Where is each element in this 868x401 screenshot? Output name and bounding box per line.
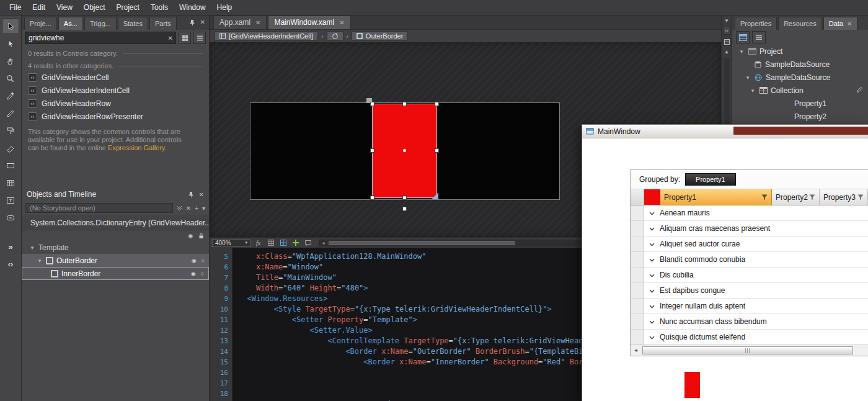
xaml-view-button[interactable]: ‹›: [723, 27, 731, 35]
tree-item-outerborder[interactable]: ▾ OuterBorder ◉ ○: [22, 254, 209, 267]
scrollbar-thumb[interactable]: [329, 241, 515, 245]
grid-group-row[interactable]: Aliquet sed auctor curae: [631, 237, 868, 252]
asset-result-item[interactable]: ‹›GridViewHeaderRow: [22, 97, 209, 110]
close-icon[interactable]: ✕: [847, 20, 852, 27]
margin-handle-bottom[interactable]: [402, 207, 407, 211]
data-tree-item-property2[interactable]: Property2: [732, 110, 868, 123]
expand-chevron-icon[interactable]: [649, 224, 655, 233]
document-tab-app-xaml[interactable]: App.xaml✕: [213, 16, 267, 29]
scrollbar-thumb[interactable]: [642, 346, 853, 354]
grid-group-row[interactable]: Aenean mauris: [631, 205, 868, 221]
grid-group-row[interactable]: Blandit commodo conubia: [631, 252, 868, 268]
menu-item-help[interactable]: Help: [211, 1, 238, 14]
textbox-tool-button[interactable]: [2, 192, 19, 208]
menu-item-object[interactable]: Object: [78, 1, 111, 14]
common-controls-tool-button[interactable]: [2, 210, 19, 225]
expander-icon[interactable]: ▾: [745, 74, 751, 81]
group-chip-property1[interactable]: Property1: [685, 173, 736, 186]
resize-handle-left[interactable]: [370, 148, 374, 153]
grid-view-mode-button[interactable]: [179, 32, 191, 44]
expand-chevron-icon[interactable]: [649, 271, 655, 279]
data-tree-item-property1[interactable]: Property1: [732, 97, 868, 110]
scope-row[interactable]: System.Collections.DictionaryEntry (Grid…: [22, 215, 209, 231]
eraser-tool-button[interactable]: [2, 140, 19, 156]
asset-result-item[interactable]: ‹›GridViewHeaderCell: [22, 71, 209, 84]
resize-handle-top[interactable]: [402, 102, 407, 106]
expand-chevron-icon[interactable]: [649, 255, 655, 264]
expand-chevron-icon[interactable]: [649, 302, 655, 310]
expand-chevron-icon[interactable]: [649, 209, 655, 217]
resize-grip-bottom-right[interactable]: [432, 192, 438, 199]
data-tree-item-sampledatasource-file[interactable]: SampleDataSource: [732, 58, 868, 71]
edit-collection-icon[interactable]: [856, 86, 868, 95]
resize-handle-bottom[interactable]: [402, 196, 407, 200]
data-tree-item-project[interactable]: ▾ Project: [732, 45, 868, 58]
direct-selection-tool-button[interactable]: [2, 36, 19, 52]
expander-icon[interactable]: ▾: [750, 88, 756, 94]
show-gridlines-button[interactable]: [266, 239, 275, 246]
breadcrumb-scope-up-chip[interactable]: [327, 31, 343, 41]
expander-icon[interactable]: ▾: [29, 245, 35, 251]
assets-tool-button[interactable]: »: [2, 239, 19, 255]
breadcrumb-root-chip[interactable]: [GridViewHeaderIndentCell]: [215, 31, 318, 41]
resize-handle-top-left[interactable]: [370, 102, 374, 106]
grid-group-row[interactable]: Est dapibus congue: [631, 283, 868, 299]
selection-tool-button[interactable]: [2, 19, 19, 34]
lock-state-icon[interactable]: ○: [202, 258, 205, 264]
visibility-eye-icon[interactable]: ◉: [192, 258, 197, 264]
data-list-view-button[interactable]: [752, 31, 766, 43]
brush-tool-button[interactable]: [2, 123, 19, 138]
filter-funnel-icon[interactable]: [809, 194, 815, 200]
storyboard-options-icon[interactable]: ▾: [202, 205, 205, 212]
column-header-property3[interactable]: Property3: [820, 189, 868, 205]
rectangle-tool-button[interactable]: [2, 158, 19, 173]
close-icon[interactable]: ✕: [199, 191, 204, 198]
grid-group-row[interactable]: Nunc accumsan class bibendum: [631, 314, 868, 330]
grid-horizontal-scrollbar[interactable]: ◄: [631, 345, 868, 356]
menu-item-window[interactable]: Window: [174, 1, 211, 14]
expand-chevron-icon[interactable]: [649, 317, 655, 326]
grid-group-row[interactable]: Dis cubilia: [631, 268, 868, 283]
snap-grid-button[interactable]: [278, 239, 288, 246]
close-icon[interactable]: ✕: [255, 19, 260, 26]
menu-item-tools[interactable]: Tools: [145, 1, 174, 14]
clear-search-icon[interactable]: ✕: [168, 35, 173, 42]
double-chevron-down-icon[interactable]: [177, 205, 182, 211]
asset-result-item[interactable]: ‹›GridViewHeaderRowPresenter: [22, 110, 209, 123]
expand-chevron-icon[interactable]: [649, 286, 655, 295]
tree-item-innerborder[interactable]: InnerBorder ◉ ○: [22, 267, 209, 280]
lock-state-icon[interactable]: ○: [201, 271, 204, 277]
scroll-left-icon[interactable]: ◄: [321, 241, 326, 245]
new-storyboard-icon[interactable]: +: [195, 205, 198, 212]
expander-icon[interactable]: ▾: [37, 258, 43, 264]
snap-snaplines-button[interactable]: [291, 239, 300, 246]
selected-red-border-element[interactable]: [372, 104, 437, 198]
menu-item-view[interactable]: View: [51, 1, 78, 14]
group-panel[interactable]: Grouped by: Property1: [631, 170, 868, 189]
panel-tab-resources[interactable]: Resources: [778, 17, 822, 30]
close-icon[interactable]: ✕: [200, 19, 205, 25]
close-icon[interactable]: ✕: [339, 19, 344, 26]
assets-tab-proje[interactable]: Proje...: [24, 17, 57, 30]
resize-handle-right[interactable]: [435, 148, 439, 153]
panel-menu-icon[interactable]: ▼: [724, 18, 729, 24]
resize-handle-bottom-left[interactable]: [370, 196, 374, 200]
menu-item-edit[interactable]: Edit: [27, 1, 51, 14]
layout-grid-tool-button[interactable]: [2, 175, 19, 191]
resize-handle-top-right[interactable]: [435, 102, 439, 106]
data-sources-view-button[interactable]: [736, 31, 750, 43]
menu-item-file[interactable]: File: [4, 1, 27, 14]
column-header-property2[interactable]: Property2: [772, 189, 820, 205]
zoom-level-select[interactable]: 400% ▾: [212, 239, 250, 247]
expression-gallery-link[interactable]: Expression Gallery.: [108, 144, 167, 151]
visibility-eye-icon[interactable]: ◉: [191, 271, 196, 277]
document-tab-mainwindow-xaml[interactable]: MainWindow.xaml✕: [268, 16, 350, 29]
close-storyboard-icon[interactable]: ✕: [186, 205, 191, 212]
list-view-mode-button[interactable]: [193, 32, 206, 44]
tree-item-template[interactable]: ▾ Template: [22, 241, 209, 254]
eyedropper-tool-button[interactable]: [2, 88, 19, 104]
expand-chevron-icon[interactable]: [649, 240, 655, 248]
grid-group-row[interactable]: Aliquam cras maecenas praesent: [631, 221, 868, 237]
assets-tab-parts[interactable]: Parts: [149, 17, 177, 30]
pan-tool-button[interactable]: [2, 53, 19, 69]
